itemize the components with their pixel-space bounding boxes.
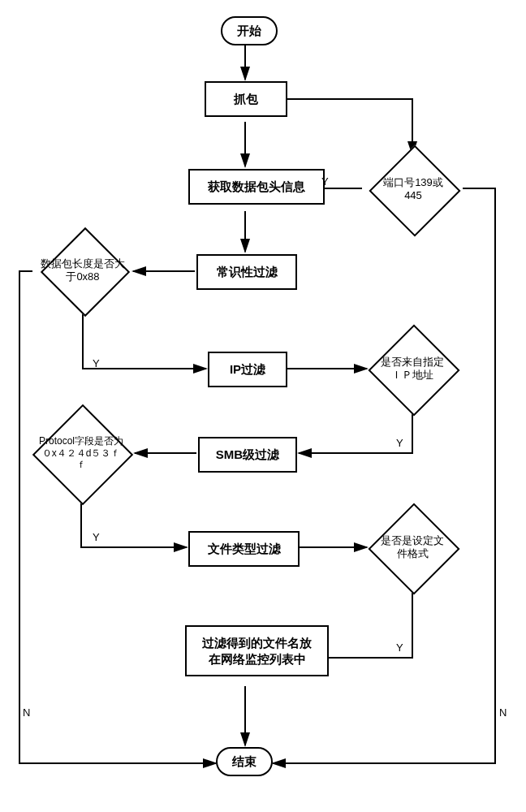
header-label: 获取数据包头信息 [208, 179, 305, 195]
process-ip-filter: IP过滤 [208, 352, 287, 387]
decision-length: 数据包长度是否大于0x88 [32, 226, 133, 315]
label-protocol-yes: Y [93, 531, 100, 543]
end-label: 结束 [232, 754, 257, 770]
start-label: 开始 [237, 23, 261, 39]
process-filetype-filter: 文件类型过滤 [188, 531, 300, 567]
decision-port: 端口号139或445 [369, 145, 458, 234]
process-result: 过滤得到的文件名放在网络监控列表中 [185, 625, 329, 676]
label-length-yes: Y [93, 357, 100, 369]
process-capture: 抓包 [205, 81, 287, 117]
label-length-no: N [23, 706, 30, 719]
smb-filter-label: SMB级过滤 [216, 447, 279, 463]
process-header: 获取数据包头信息 [188, 169, 325, 205]
result-label: 过滤得到的文件名放在网络监控列表中 [198, 635, 316, 667]
end-terminal: 结束 [216, 747, 273, 776]
decision-protocol-label: Protocol字段是否为０x４２４d５３ｆｆ [34, 432, 128, 473]
label-format-yes: Y [396, 641, 403, 654]
decision-format-label: 是否是设定文件格式 [373, 531, 452, 563]
capture-label: 抓包 [234, 91, 258, 107]
flowchart-container: 开始 结束 抓包 获取数据包头信息 常识性过滤 IP过滤 SMB级过滤 文件类型… [16, 16, 510, 796]
filetype-filter-label: 文件类型过滤 [208, 541, 281, 557]
decision-length-label: 数据包长度是否大于0x88 [35, 254, 131, 286]
start-terminal: 开始 [221, 16, 278, 45]
label-port-yes: Y [321, 175, 329, 188]
decision-ip-label: 是否来自指定ＩＰ地址 [373, 352, 452, 384]
decision-protocol: Protocol字段是否为０x４２４d５３ｆｆ [28, 400, 135, 507]
common-filter-label: 常识性过滤 [217, 264, 278, 280]
decision-ip: 是否来自指定ＩＰ地址 [367, 323, 458, 414]
decision-format: 是否是设定文件格式 [367, 502, 458, 593]
process-smb-filter: SMB级过滤 [198, 437, 297, 473]
label-ip-yes: Y [396, 437, 403, 449]
label-port-no: N [499, 706, 507, 719]
ip-filter-label: IP过滤 [230, 361, 265, 378]
decision-port-label: 端口号139或445 [373, 173, 453, 205]
process-common-filter: 常识性过滤 [196, 254, 297, 290]
